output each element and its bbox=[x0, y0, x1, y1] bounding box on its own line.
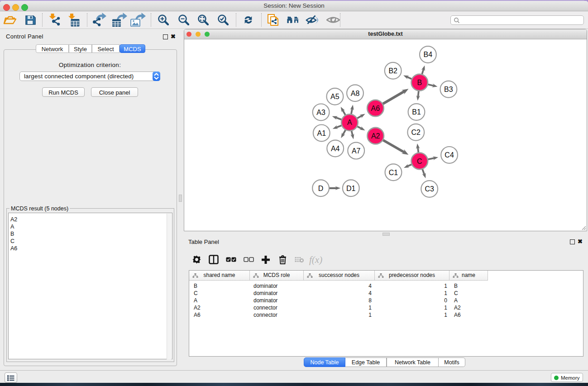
svg-text:A2: A2 bbox=[371, 132, 380, 139]
svg-text:B: B bbox=[417, 78, 422, 86]
svg-text:C1: C1 bbox=[389, 168, 398, 176]
svg-text:A3: A3 bbox=[316, 108, 325, 116]
svg-text:C: C bbox=[417, 157, 422, 165]
svg-text:B3: B3 bbox=[444, 85, 453, 93]
svg-text:A5: A5 bbox=[330, 93, 339, 100]
svg-text:A4: A4 bbox=[331, 144, 340, 152]
svg-text:B1: B1 bbox=[412, 108, 421, 116]
svg-text:C4: C4 bbox=[445, 151, 454, 159]
svg-text:C2: C2 bbox=[411, 128, 421, 136]
svg-text:A7: A7 bbox=[352, 147, 361, 154]
svg-text:A1: A1 bbox=[317, 129, 326, 137]
svg-text:B2: B2 bbox=[388, 67, 397, 75]
svg-text:A8: A8 bbox=[351, 89, 360, 97]
svg-text:C3: C3 bbox=[425, 185, 434, 193]
svg-text:D1: D1 bbox=[346, 184, 356, 192]
svg-text:D: D bbox=[318, 184, 324, 192]
svg-text:A6: A6 bbox=[371, 104, 380, 112]
svg-text:A: A bbox=[347, 119, 352, 126]
svg-text:B4: B4 bbox=[424, 51, 433, 58]
